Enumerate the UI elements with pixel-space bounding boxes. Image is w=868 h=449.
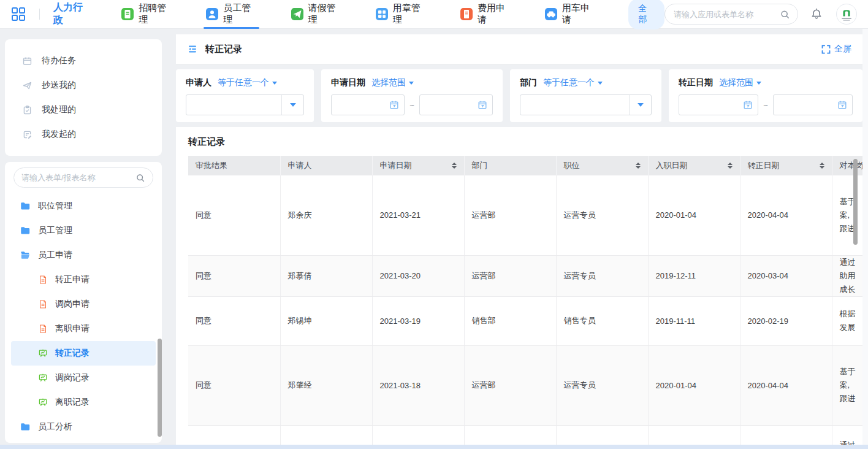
table-title: 转正记录 xyxy=(188,136,862,148)
col-header-comment[interactable]: 对本岗 xyxy=(832,156,862,175)
regular-date-end-input[interactable] xyxy=(773,94,853,115)
col-header-department[interactable]: 部门 xyxy=(464,156,556,175)
fullscreen-button[interactable]: 全屏 xyxy=(821,44,851,55)
search-icon[interactable] xyxy=(135,173,145,183)
department-select[interactable] xyxy=(520,94,652,115)
sidebar-item-label: 待办任务 xyxy=(42,55,76,66)
company-logo[interactable] xyxy=(836,4,857,25)
content-area: 待办任务 抄送我的 我处理的 我发起的 xyxy=(0,29,868,445)
table-header-row: 审批结果 申请人 申请日期 部门 职位 入职日期 转正日期 对本岗 xyxy=(188,156,862,175)
tree-item-transfer-apply[interactable]: 调岗申请 xyxy=(11,292,156,317)
select-caret-button[interactable] xyxy=(629,95,651,115)
col-header-applicant[interactable]: 申请人 xyxy=(280,156,372,175)
filter-band: 申请人 等于任意一个 申请日期 选择范围 xyxy=(176,64,862,122)
filter-operator-dropdown[interactable]: 等于任意一个 xyxy=(218,77,277,88)
calendar-icon xyxy=(22,56,32,66)
sort-icon[interactable] xyxy=(452,163,457,169)
workspace-title[interactable]: 人力行政 xyxy=(53,1,91,27)
col-header-approval-result[interactable]: 审批结果 xyxy=(188,156,280,175)
calendar-icon xyxy=(837,100,847,110)
filter-department: 部门 等于任意一个 xyxy=(510,69,661,122)
tree-item-regularization-apply[interactable]: 转正申请 xyxy=(11,267,156,292)
calendar-icon xyxy=(478,100,487,110)
nav-item-employee[interactable]: 员工管理 xyxy=(206,0,256,29)
folder-icon xyxy=(20,225,31,236)
form-icon xyxy=(38,324,48,334)
range-separator: ~ xyxy=(409,101,414,110)
tree-folder-employee-mgmt[interactable]: 员工管理 xyxy=(11,218,156,243)
all-apps-button[interactable]: 全部 xyxy=(628,0,664,29)
send-icon xyxy=(22,80,32,91)
apply-date-start-input[interactable] xyxy=(331,94,405,115)
page-title: 转正记录 xyxy=(205,44,242,55)
table-row[interactable]: 同意 郑慕倩 2021-03-20 运营部 运营专员 2019-12-11 20… xyxy=(188,255,862,296)
apps-grid-icon[interactable] xyxy=(11,7,26,21)
filter-operator-dropdown[interactable]: 选择范围 xyxy=(719,77,761,88)
sort-icon[interactable] xyxy=(820,163,824,169)
tree-item-regularization-records[interactable]: 转正记录 xyxy=(11,341,156,366)
sidebar-item-cc-to-me[interactable]: 抄送我的 xyxy=(5,73,162,98)
form-search-input[interactable] xyxy=(21,173,135,182)
cell-result: 同意 xyxy=(188,425,280,445)
cell-result: 同意 xyxy=(188,255,280,296)
page-scrollbar-track[interactable] xyxy=(862,29,868,445)
cell-department: 运营部 xyxy=(464,345,556,425)
cell-applicant: 郑锡坤 xyxy=(280,296,372,345)
table-row[interactable]: 同意 郑肇经 2021-03-18 运营部 运营专员 2020-01-04 20… xyxy=(188,345,862,425)
expense-app-icon xyxy=(460,8,473,20)
tree-folder-position-mgmt[interactable]: 职位管理 xyxy=(11,194,156,218)
tree-folder-employee-apply[interactable]: 员工申请 xyxy=(11,243,156,267)
sidebar-item-initiated-by-me[interactable]: 我发起的 xyxy=(5,122,162,147)
nav-item-leave[interactable]: 请假管理 xyxy=(291,0,341,29)
table-row[interactable]: 同意 郑余庆 2021-03-21 运营部 运营专员 2020-01-04 20… xyxy=(188,175,862,255)
menu-fold-icon[interactable] xyxy=(187,44,198,55)
sidebar-scrollbar[interactable] xyxy=(158,339,162,437)
sort-icon[interactable] xyxy=(728,163,733,169)
app-search-input[interactable] xyxy=(674,10,780,19)
filter-operator-dropdown[interactable]: 等于任意一个 xyxy=(543,77,603,88)
sidebar-item-handled-by-me[interactable]: 我处理的 xyxy=(5,98,162,122)
col-header-position[interactable]: 职位 xyxy=(556,156,648,175)
nav-item-recruit[interactable]: 招聘管理 xyxy=(121,0,172,29)
tree-folder-employee-analysis[interactable]: 员工分析 xyxy=(11,415,156,439)
notification-bell-icon[interactable] xyxy=(810,8,823,20)
fullscreen-icon xyxy=(821,45,831,54)
nav-item-label: 请假管理 xyxy=(308,2,341,26)
table-scrollbar[interactable] xyxy=(853,159,858,245)
regular-date-start-input[interactable] xyxy=(679,94,758,115)
nav-item-seal[interactable]: 用章管理 xyxy=(376,0,426,29)
cell-regular-date: 2020-04-04 xyxy=(740,175,832,255)
filter-operator-label: 选择范围 xyxy=(719,77,753,88)
cell-entry-date: 2019-12-11 xyxy=(648,255,740,296)
horizontal-scrollbar[interactable] xyxy=(0,445,868,449)
cell-comment: 根据 发展 xyxy=(832,296,862,345)
col-header-apply-date[interactable]: 申请日期 xyxy=(372,156,464,175)
forms-tree-card: 职位管理 员工管理 员工申请 转正申请 xyxy=(5,162,162,443)
select-caret-button[interactable] xyxy=(281,95,303,115)
chevron-down-icon xyxy=(272,82,277,85)
tree-item-transfer-records[interactable]: 调岗记录 xyxy=(11,366,156,390)
applicant-select[interactable] xyxy=(186,94,304,115)
cell-department: 运营部 xyxy=(464,175,556,255)
sort-icon[interactable] xyxy=(636,163,641,169)
tree-item-label: 离职记录 xyxy=(55,397,89,408)
cell-regular-date: 2020-04-04 xyxy=(740,345,832,425)
nav-item-vehicle[interactable]: 用车申请 xyxy=(545,0,595,29)
records-table-container: 审批结果 申请人 申请日期 部门 职位 入职日期 转正日期 对本岗 同意 xyxy=(188,156,862,445)
filter-operator-dropdown[interactable]: 选择范围 xyxy=(371,77,414,88)
clipboard-check-icon xyxy=(22,105,32,115)
tree-item-resignation-records[interactable]: 离职记录 xyxy=(11,390,156,415)
col-header-regular-date[interactable]: 转正日期 xyxy=(740,156,832,175)
tree-item-resignation-apply[interactable]: 离职申请 xyxy=(11,317,156,341)
col-header-entry-date[interactable]: 入职日期 xyxy=(648,156,740,175)
filter-regular-date: 转正日期 选择范围 ~ xyxy=(669,69,862,122)
page-header: 转正记录 全屏 xyxy=(176,34,862,64)
nav-item-expense[interactable]: 费用申请 xyxy=(460,0,511,29)
apply-date-end-input[interactable] xyxy=(419,94,493,115)
search-icon[interactable] xyxy=(780,9,790,20)
folder-open-icon xyxy=(20,250,31,261)
table-row[interactable]: 同意 郑洪业 2021-03-17 运营部 运营专员 2019-12-11 20… xyxy=(188,425,862,445)
report-icon xyxy=(38,397,48,407)
table-row[interactable]: 同意 郑锡坤 2021-03-19 销售部 销售专员 2019-11-11 20… xyxy=(188,296,862,345)
sidebar-item-todo-tasks[interactable]: 待办任务 xyxy=(5,48,162,73)
